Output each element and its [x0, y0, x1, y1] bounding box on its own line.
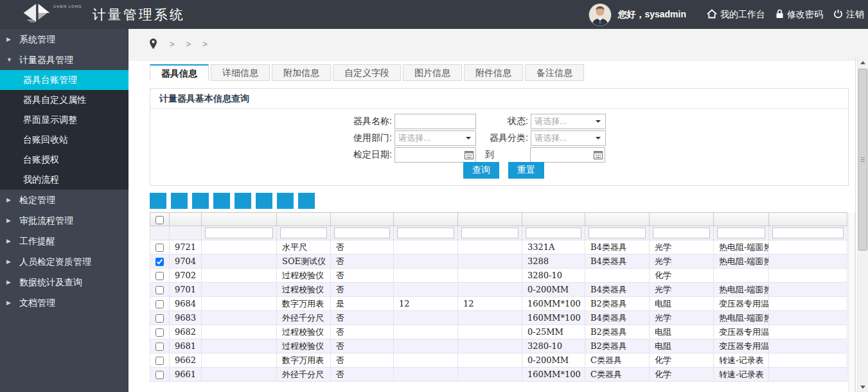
filter-input[interactable] — [717, 227, 765, 238]
filter-input[interactable] — [589, 227, 646, 238]
date-to-input[interactable] — [530, 147, 605, 163]
sidebar-item[interactable]: 数据统计及查询 — [0, 272, 128, 292]
table-row[interactable]: 9682 过程校验仪 否 0-25MM B2类器具 电阻 变压器专用温... — [150, 325, 847, 339]
column-header[interactable] — [331, 213, 394, 226]
cell-kind: 热电阻-端面热... — [714, 283, 769, 297]
power-icon — [833, 9, 846, 21]
toolbar-button[interactable] — [171, 193, 188, 209]
column-header[interactable] — [202, 213, 277, 226]
sidebar-item[interactable]: 系统管理 — [0, 30, 128, 49]
row-checkbox[interactable] — [155, 272, 164, 280]
filter-input[interactable] — [205, 227, 273, 238]
scroll-up-arrow-icon[interactable] — [858, 58, 868, 68]
column-header[interactable] — [170, 213, 202, 226]
sidebar-item[interactable]: 台账授权 — [0, 150, 128, 170]
row-checkbox[interactable] — [155, 371, 164, 379]
column-header[interactable] — [394, 213, 458, 226]
tab[interactable]: 附加信息 — [272, 64, 331, 81]
column-header[interactable] — [522, 213, 585, 226]
table-row[interactable]: 9702 过程校验仪 否 3280-10 化学 — [150, 269, 847, 283]
sidebar-item[interactable]: 台账回收站 — [0, 130, 128, 150]
cell-kind: 热电阻-端面热... — [714, 254, 769, 269]
avatar[interactable] — [589, 3, 612, 26]
nav-workbench[interactable]: 我的工作台 — [707, 9, 765, 21]
filter-input[interactable] — [397, 227, 454, 238]
table-row[interactable]: 9701 过程校验仪 否 0-200MM B4类器具 光学 热电阻-端面热... — [150, 283, 847, 297]
toolbar-button[interactable] — [150, 193, 166, 209]
filter-input[interactable] — [461, 227, 518, 238]
instruments-table: 9721 水平尺 否 3321A B4类器具 光学 热电阻-端面热... — [150, 212, 847, 382]
row-checkbox[interactable] — [155, 314, 164, 323]
table-row[interactable]: 9683 外径千分尺 否 160MM*100 B4类器具 光学 热电阻-端面热.… — [150, 311, 847, 325]
tab[interactable]: 附件信息 — [464, 64, 523, 81]
column-header[interactable] — [458, 213, 522, 226]
toolbar-button[interactable] — [213, 193, 230, 209]
nav-logout[interactable]: 注销 — [833, 9, 864, 21]
table-row[interactable]: 9661 外径千分尺 否 160MM*100 C类器具 化学 转速-记录表 — [150, 368, 847, 382]
row-checkbox[interactable] — [155, 357, 164, 365]
grid-scroll-track[interactable] — [848, 213, 855, 392]
table-row[interactable]: 9681 过程校验仪 否 3280-10 B2类器具 电阻 变压器专用温... — [150, 339, 847, 353]
row-checkbox[interactable] — [155, 300, 164, 308]
reset-button[interactable]: 重置 — [508, 162, 544, 179]
table-row[interactable]: 9662 数字万用表 否 0-200MM C类器具 化学 转速-记录表 — [150, 353, 847, 368]
sidebar-item-label: 计量器具管理 — [19, 55, 73, 65]
scrollbar-thumb[interactable] — [858, 69, 867, 251]
column-header[interactable] — [714, 213, 769, 226]
sidebar-item[interactable]: 文档管理 — [0, 293, 128, 313]
row-checkbox[interactable] — [155, 343, 164, 351]
toolbar-button[interactable] — [277, 193, 294, 209]
breadcrumb-link[interactable] — [197, 39, 213, 49]
category-select[interactable]: 请选择... — [531, 130, 606, 146]
column-header[interactable] — [277, 213, 331, 226]
tab[interactable]: 图片信息 — [403, 64, 462, 81]
query-button[interactable]: 查询 — [463, 162, 499, 179]
filter-input[interactable] — [772, 227, 844, 238]
column-header[interactable] — [769, 213, 847, 226]
cell-seq: 9682 — [170, 325, 202, 339]
sidebar-item[interactable]: 我的流程 — [0, 170, 128, 190]
sidebar-item[interactable]: 工作提醒 — [0, 231, 128, 251]
column-header[interactable] — [585, 213, 650, 226]
nav-change-password[interactable]: 修改密码 — [775, 9, 823, 21]
tab[interactable]: 备注信息 — [525, 64, 584, 81]
scroll-down-arrow-icon[interactable] — [858, 382, 868, 392]
category-select-value: 请选择... — [535, 133, 567, 143]
filter-input[interactable] — [526, 227, 581, 238]
tab[interactable]: 详细信息 — [211, 64, 270, 81]
row-checkbox[interactable] — [155, 244, 164, 252]
filter-input[interactable] — [653, 227, 710, 238]
vertical-scrollbar[interactable] — [857, 58, 868, 392]
row-checkbox[interactable] — [155, 328, 164, 337]
calendar-icon[interactable] — [594, 150, 603, 161]
toolbar-button[interactable] — [298, 193, 315, 209]
table-row[interactable]: 9721 水平尺 否 3321A B4类器具 光学 热电阻-端面热... — [150, 240, 847, 254]
breadcrumb-link[interactable] — [164, 39, 181, 49]
row-checkbox[interactable] — [155, 286, 164, 294]
sidebar-item[interactable]: 界面显示调整 — [0, 110, 128, 130]
row-checkbox[interactable] — [155, 258, 164, 266]
sidebar-item[interactable]: 检定管理 — [0, 190, 128, 210]
breadcrumb-link[interactable] — [181, 39, 197, 49]
table-row[interactable]: 9704 SOE测试仪 否 3288 B4类器具 光学 热电阻-端面热... — [150, 254, 847, 269]
sidebar-item[interactable]: 审批流程管理 — [0, 211, 128, 231]
toolbar-button[interactable] — [256, 193, 272, 209]
toolbar-button[interactable] — [235, 193, 251, 209]
tab[interactable]: 器具信息 — [150, 64, 209, 81]
sidebar-item[interactable]: 器具自定义属性 — [0, 90, 128, 110]
filter-input[interactable] — [334, 227, 390, 238]
cell-cert-no — [202, 240, 277, 254]
table-row[interactable]: 9684 数字万用表 是 12 12 160MM*100 B2类器具 电阻 变压… — [150, 297, 847, 311]
breadcrumb-band — [128, 29, 868, 61]
tab[interactable]: 自定义字段 — [333, 64, 401, 81]
app-title: 计量管理系统 — [93, 6, 185, 24]
column-header[interactable] — [650, 213, 714, 226]
select-all-checkbox[interactable] — [155, 216, 164, 224]
filter-input[interactable] — [280, 227, 327, 238]
sidebar-item[interactable]: 人员检定资质管理 — [0, 252, 128, 272]
cell-seq: 9684 — [170, 297, 202, 311]
sidebar-item[interactable]: 计量器具管理 — [0, 50, 128, 70]
toolbar-button[interactable] — [192, 193, 209, 209]
sidebar-item[interactable]: 器具台账管理 — [0, 70, 128, 90]
status-select[interactable]: 请选择... — [531, 114, 606, 129]
